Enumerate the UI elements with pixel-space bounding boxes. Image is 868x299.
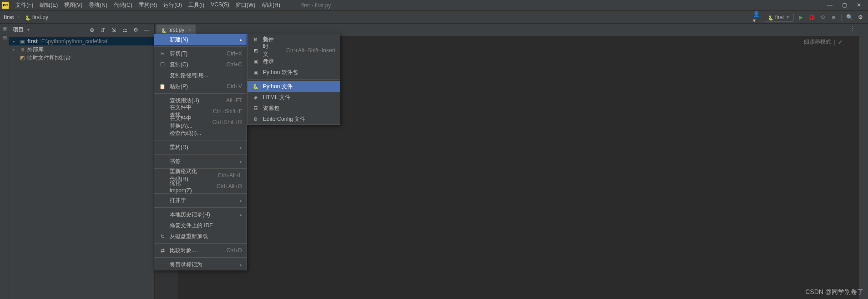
chevron-right-icon[interactable]: ▸ bbox=[13, 39, 17, 44]
menu-separator bbox=[154, 46, 247, 47]
structure-tool-icon[interactable]: ▤ bbox=[1, 35, 8, 42]
ctx-new-item-5[interactable]: 🐍Python 文件 bbox=[247, 81, 340, 92]
chevron-right-icon: 〉 bbox=[17, 13, 22, 21]
menu-item-label: 打开于 bbox=[170, 197, 236, 204]
menu-edit[interactable]: 编辑(E) bbox=[37, 0, 61, 10]
minimize-icon[interactable]: — bbox=[826, 2, 833, 9]
paste-icon: 📋 bbox=[159, 84, 166, 90]
menu-run[interactable]: 运行(U) bbox=[161, 0, 185, 10]
close-icon[interactable]: ✕ bbox=[855, 2, 863, 9]
tree-label: 外部库 bbox=[27, 46, 44, 54]
ctx-main-item-10[interactable]: 检查代码(I)... bbox=[154, 128, 247, 139]
user-icon[interactable]: 👤▾ bbox=[753, 13, 761, 21]
ctx-main-item-5[interactable]: 📋粘贴(P)Ctrl+V bbox=[154, 81, 247, 92]
menu-vcs[interactable]: VCS(S) bbox=[208, 0, 232, 10]
project-panel-header: 项目 ▼ ⊕ ⇵ ⇲ ⚏ ⚙ — bbox=[9, 24, 154, 36]
menu-item-label: 粘贴(P) bbox=[170, 83, 209, 90]
ctx-main-item-7[interactable]: 查找用法(U)Alt+F7 bbox=[154, 95, 247, 106]
ctx-main-item-3[interactable]: ❐复制(C)Ctrl+C bbox=[154, 59, 247, 70]
collapse-icon[interactable]: ⇲ bbox=[110, 26, 118, 34]
gear-icon[interactable]: ⚙ bbox=[131, 26, 140, 34]
ctx-main-item-12[interactable]: 重构(R)▸ bbox=[154, 142, 247, 153]
menubar: 文件(F) 编辑(E) 视图(V) 导航(N) 代码(C) 重构(R) 运行(U… bbox=[13, 0, 283, 10]
reader-mode-banner[interactable]: 阅读器模式 | ✓ bbox=[804, 38, 843, 46]
ctx-main-item-14[interactable]: 书签▸ bbox=[154, 156, 247, 167]
project-tool-icon[interactable]: ▦ bbox=[1, 25, 8, 33]
menu-item-label: 优化 import(Z) bbox=[170, 179, 199, 194]
menu-view[interactable]: 视图(V) bbox=[61, 0, 85, 10]
menu-item-label: 重构(R) bbox=[170, 144, 236, 151]
run-config-selector[interactable]: first ▼ bbox=[764, 13, 794, 22]
titlebar: PC 文件(F) 编辑(E) 视图(V) 导航(N) 代码(C) 重构(R) 运… bbox=[0, 0, 868, 11]
chevron-right-icon: ▸ bbox=[240, 37, 242, 42]
menu-navigate[interactable]: 导航(N) bbox=[86, 0, 110, 10]
tree-row-project-root[interactable]: ▸ ▣ first E:\python\python_code\first bbox=[9, 37, 154, 45]
more-icon[interactable]: ⋮ bbox=[850, 25, 855, 32]
ctx-new-item-1[interactable]: ◩临时文件Ctrl+Alt+Shift+Insert bbox=[247, 45, 340, 56]
ctx-main-item-2[interactable]: ✂剪切(T)Ctrl+X bbox=[154, 48, 247, 59]
main-area: ▦ ▤ 项目 ▼ ⊕ ⇵ ⇲ ⚏ ⚙ — ▸ ▣ first E:\python… bbox=[0, 24, 868, 299]
menu-item-label: 从磁盘重新加载 bbox=[170, 233, 242, 240]
menu-help[interactable]: 帮助(H) bbox=[259, 0, 283, 10]
ctx-new-item-6[interactable]: ◈HTML 文件 bbox=[247, 92, 340, 103]
menu-item-shortcut: Ctrl+Alt+O bbox=[217, 183, 242, 189]
ctx-main-item-9[interactable]: 在文件中替换(A)...Ctrl+Shift+R bbox=[154, 117, 247, 128]
menu-file[interactable]: 文件(F) bbox=[13, 0, 36, 10]
ctx-new-item-7[interactable]: ☲资源包 bbox=[247, 103, 340, 114]
ctx-main-item-23[interactable]: ↻从磁盘重新加载 bbox=[154, 231, 247, 242]
breadcrumb-file[interactable]: first.py bbox=[32, 14, 48, 20]
ctx-main-item-16[interactable]: 重新格式化代码(R)Ctrl+Alt+L bbox=[154, 170, 247, 181]
tree-row-scratches[interactable]: ◩ 临时文件和控制台 bbox=[9, 54, 154, 62]
close-icon[interactable]: × bbox=[188, 27, 191, 33]
menu-item-shortcut: Ctrl+D bbox=[227, 247, 242, 254]
chevron-down-icon[interactable]: ▼ bbox=[26, 28, 30, 32]
window-title: first - first.py bbox=[283, 2, 826, 9]
ctx-main-item-0[interactable]: 新建(N)▸ bbox=[154, 34, 247, 45]
expand-icon[interactable]: ⇵ bbox=[99, 26, 107, 34]
ctx-main-item-4[interactable]: 复制路径/引用... bbox=[154, 70, 247, 81]
debug-icon[interactable]: 🐞 bbox=[807, 13, 816, 21]
menu-item-shortcut: Ctrl+Alt+Shift+Insert bbox=[286, 47, 335, 54]
menu-code[interactable]: 代码(C) bbox=[111, 0, 135, 10]
ctx-main-item-17[interactable]: 优化 import(Z)Ctrl+Alt+O bbox=[154, 181, 247, 192]
menu-item-label: 复制(C) bbox=[170, 61, 209, 69]
hide-icon[interactable]: — bbox=[142, 26, 151, 34]
ctx-new-item-2[interactable]: ▣目录 bbox=[247, 56, 340, 67]
ctx-main-item-27[interactable]: 将目录标记为▸ bbox=[154, 259, 247, 270]
run-config-label: first bbox=[775, 14, 784, 20]
ctx-new-item-8[interactable]: ⚙EditorConfig 文件 bbox=[247, 114, 340, 125]
menu-tools[interactable]: 工具(I) bbox=[186, 0, 207, 10]
scratch-icon: ◩ bbox=[19, 55, 25, 61]
menu-item-shortcut: Ctrl+Alt+L bbox=[218, 172, 242, 179]
run-icon[interactable]: ▶ bbox=[797, 13, 805, 21]
ctx-main-item-19[interactable]: 打开于▸ bbox=[154, 195, 247, 206]
menu-refactor[interactable]: 重构(R) bbox=[136, 0, 160, 10]
menu-item-label: 将目录标记为 bbox=[170, 261, 236, 269]
search-icon[interactable]: 🔍 bbox=[845, 13, 853, 21]
gear-icon[interactable]: ⚙ bbox=[856, 13, 864, 21]
maximize-icon[interactable]: ▢ bbox=[841, 2, 848, 9]
breadcrumb-root[interactable]: first bbox=[4, 14, 14, 20]
ctx-new-item-3[interactable]: ▣Python 软件包 bbox=[247, 67, 340, 78]
library-icon: Ⅲ bbox=[19, 47, 25, 53]
filter-icon[interactable]: ⚏ bbox=[121, 26, 129, 34]
target-icon[interactable]: ⊕ bbox=[88, 26, 96, 34]
chevron-right-icon: ▸ bbox=[240, 159, 242, 164]
menu-window[interactable]: 窗口(W) bbox=[233, 0, 258, 10]
run-with-coverage-icon[interactable]: ⟲ bbox=[818, 13, 827, 21]
menu-item-label: 修复文件上的 IDE bbox=[170, 222, 242, 229]
ctx-main-item-21[interactable]: 本地历史记录(H)▸ bbox=[154, 209, 247, 220]
menu-item-label: Python 软件包 bbox=[263, 69, 335, 76]
chevron-right-icon[interactable]: ▸ bbox=[13, 47, 17, 52]
separator bbox=[841, 14, 842, 21]
ctx-new-item-0[interactable]: 🗎文件 bbox=[247, 34, 340, 45]
ctx-main-item-8[interactable]: 在文件中查找...Ctrl+Shift+F bbox=[154, 106, 247, 117]
chevron-down-icon: ▼ bbox=[786, 15, 790, 20]
menu-separator bbox=[154, 257, 247, 258]
bundle-icon: ☲ bbox=[252, 105, 259, 111]
chevron-right-icon: ▸ bbox=[240, 198, 242, 203]
stop-icon[interactable]: ■ bbox=[829, 13, 838, 21]
ctx-main-item-22[interactable]: 修复文件上的 IDE bbox=[154, 220, 247, 231]
tree-row-external-libs[interactable]: ▸ Ⅲ 外部库 bbox=[9, 45, 154, 54]
ctx-main-item-25[interactable]: ⇄比较对象...Ctrl+D bbox=[154, 245, 247, 256]
